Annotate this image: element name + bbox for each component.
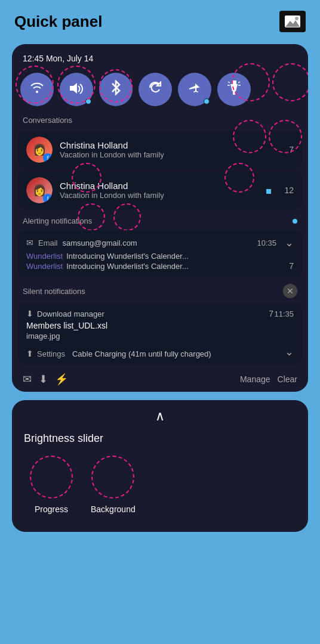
email-notification[interactable]: ✉ Email samsung@gmail.com 10:35 ⌄ Wunder… — [18, 230, 302, 277]
conversation-count-1: 7 — [289, 145, 294, 154]
svg-rect-5 — [233, 91, 235, 95]
download-bottom-icon: ⬇ — [39, 373, 48, 386]
wunderlist-row-2: Wunderlist Introducing Wunderlist's Cale… — [26, 262, 294, 271]
progress-circle-item: Progress — [30, 456, 73, 514]
expand-download-icon: ⌄ — [285, 345, 294, 358]
wunderlist-row-1: Wunderlist Introducing Wunderlist's Cale… — [26, 252, 294, 261]
main-panel: 12:45 Mon, July 14 — [12, 44, 308, 392]
expand-icon: ⌄ — [285, 236, 294, 249]
avatar-1: 👩 f — [26, 137, 53, 163]
page-title: Quick panel — [14, 13, 102, 31]
alerting-dot — [293, 219, 297, 224]
email-bottom-icon: ✉ — [23, 373, 32, 386]
svg-marker-3 — [70, 83, 77, 94]
sync-icon — [147, 80, 163, 99]
volume-dot — [85, 98, 91, 104]
bottom-bar: ✉ ⬇ ⚡ Manage Clear — [12, 367, 308, 392]
wunderlist-text-1: Introducing Wunderlist's Calender... — [66, 252, 189, 261]
svg-point-2 — [295, 17, 299, 20]
svg-line-7 — [238, 82, 240, 83]
circles-row: Progress Background — [24, 456, 296, 514]
avatar-2: 👩 f — [26, 177, 53, 203]
time-display: 12:45 Mon, July 14 — [12, 54, 308, 69]
download-time: 11:35 — [274, 309, 294, 318]
settings-icon: ⬆ — [26, 349, 33, 358]
header: Quick panel — [0, 0, 320, 38]
airplane-icon — [187, 80, 202, 99]
download-notification[interactable]: ⬇ Download manager 11:35 Members list_UD… — [18, 303, 302, 364]
progress-label: Progress — [35, 504, 68, 514]
conversation-item-2[interactable]: 👩 f Christina Holland Vacation in London… — [18, 171, 302, 209]
wunderlist-label-1: Wunderlist — [26, 252, 63, 261]
email-count: 7 — [289, 261, 294, 271]
conversation-name-2: Christina Holland — [60, 181, 277, 191]
wifi-icon — [29, 81, 45, 98]
download-file2: image.jpg — [26, 332, 294, 340]
svg-line-6 — [228, 82, 230, 83]
silent-label: Silent notifications — [23, 287, 283, 296]
conversation-item-1[interactable]: 👩 f Christina Holland Vacation in London… — [18, 131, 302, 169]
airplane-dot — [204, 98, 210, 104]
charging-text: Cable Charging (41m until fully charged) — [72, 349, 211, 358]
email-address: samsung@gmail.com — [63, 239, 137, 247]
download-file1: Members list_UDL.xsl — [26, 321, 294, 330]
wunderlist-label-2: Wunderlist — [26, 262, 63, 271]
close-button[interactable]: ✕ — [283, 284, 297, 298]
alerting-header: Alerting notifications — [12, 212, 308, 228]
messenger-badge-2: f — [43, 194, 53, 203]
email-header: ✉ Email samsung@gmail.com 10:35 ⌄ — [26, 236, 294, 249]
download-app: Download manager — [37, 309, 104, 318]
clear-button[interactable]: Clear — [278, 374, 297, 384]
conversation-content-2: Christina Holland Vacation in London wit… — [60, 181, 277, 200]
dashed-overlay-5 — [272, 63, 308, 101]
conversation-name-1: Christina Holland — [60, 140, 282, 150]
email-app-label: Email — [38, 239, 58, 247]
sync-toggle[interactable] — [139, 73, 172, 106]
image-icon[interactable] — [279, 11, 306, 32]
download-header: ⬇ Download manager 11:35 — [26, 309, 294, 318]
conversations-label: Conversations — [12, 112, 308, 128]
bluetooth-toggle[interactable] — [99, 73, 133, 106]
settings-row: ⬆ Settings Cable Charging (41m until ful… — [26, 349, 294, 358]
toggles-row — [12, 69, 308, 112]
conversation-text-1: Vacation in London with family — [60, 150, 282, 159]
bluetooth-icon — [110, 80, 122, 99]
collapse-arrow[interactable]: ∧ — [24, 408, 296, 424]
flashlight-toggle[interactable] — [217, 73, 251, 106]
brightness-label: Brightness slider — [24, 432, 296, 445]
wifi-toggle[interactable] — [20, 73, 54, 106]
progress-circle[interactable] — [30, 456, 73, 499]
conversation-text-2: Vacation in London with family — [60, 191, 277, 200]
alerting-dot-overlay — [266, 189, 271, 194]
background-circle-item: Background — [91, 456, 136, 514]
messenger-badge-1: f — [43, 153, 53, 163]
email-icon: ✉ — [26, 238, 33, 247]
volume-toggle[interactable] — [60, 73, 93, 106]
conversation-count-2: 12 — [284, 185, 294, 195]
conversation-content-1: Christina Holland Vacation in London wit… — [60, 140, 282, 159]
volume-icon — [69, 81, 84, 98]
settings-label: Settings — [37, 349, 65, 358]
flashlight-icon — [227, 79, 241, 100]
background-label: Background — [91, 504, 136, 514]
email-time: 10:35 — [257, 239, 276, 247]
lower-panel: ∧ Brightness slider Progress Background — [12, 400, 308, 532]
background-circle[interactable] — [91, 456, 134, 499]
svg-rect-4 — [232, 80, 236, 84]
wunderlist-text-2: Introducing Wunderlist's Calender... — [66, 262, 189, 271]
airplane-toggle[interactable] — [178, 73, 211, 106]
download-icon: ⬇ — [26, 309, 33, 318]
manage-button[interactable]: Manage — [240, 374, 270, 384]
lightning-icon: ⚡ — [55, 373, 68, 386]
download-count: 7 — [269, 309, 273, 318]
silent-header: Silent notifications ✕ — [12, 279, 308, 301]
alerting-label: Alerting notifications — [23, 216, 289, 225]
